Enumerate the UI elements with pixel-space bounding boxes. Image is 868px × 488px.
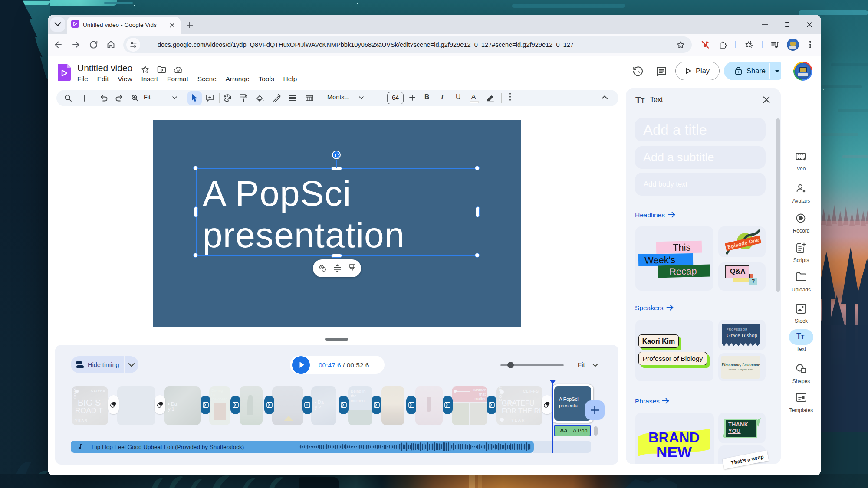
svg-text:BRAND: BRAND bbox=[648, 429, 700, 445]
svg-text:NEW: NEW bbox=[656, 444, 692, 459]
